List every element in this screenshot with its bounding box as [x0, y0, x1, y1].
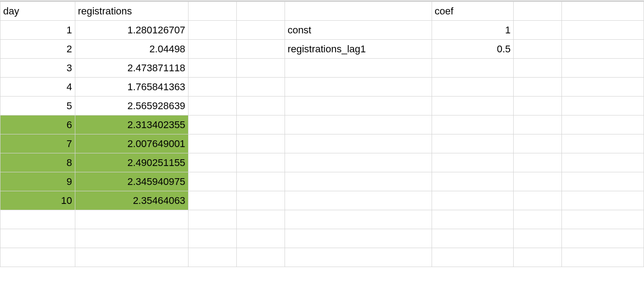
empty-cell[interactable]	[562, 78, 644, 97]
empty-cell[interactable]	[562, 134, 644, 153]
empty-cell[interactable]	[285, 229, 432, 248]
cell-reg[interactable]: 2.04498	[75, 40, 188, 59]
empty-cell[interactable]	[188, 134, 236, 153]
empty-cell[interactable]	[514, 172, 562, 191]
empty-cell[interactable]	[285, 172, 432, 191]
empty-cell[interactable]	[514, 153, 562, 172]
cell-day[interactable]: 10	[0, 191, 75, 210]
empty-cell[interactable]	[236, 191, 285, 210]
empty-cell[interactable]	[285, 115, 432, 134]
empty-cell[interactable]	[188, 21, 236, 40]
empty-cell[interactable]	[562, 2, 644, 21]
empty-cell[interactable]	[562, 59, 644, 78]
spreadsheet-grid[interactable]: day registrations coef 1 1.280126707 con…	[0, 1, 644, 267]
empty-cell[interactable]	[188, 97, 236, 115]
empty-cell[interactable]	[562, 248, 644, 267]
cell-coef-label[interactable]: registrations_lag1	[285, 40, 432, 59]
empty-cell[interactable]	[562, 229, 644, 248]
cell-reg[interactable]: 2.473871118	[75, 59, 188, 78]
empty-cell[interactable]	[514, 59, 562, 78]
empty-cell[interactable]	[514, 78, 562, 97]
empty-cell[interactable]	[562, 97, 644, 115]
empty-cell[interactable]	[514, 248, 562, 267]
cell-coef-label[interactable]: const	[285, 21, 432, 40]
empty-cell[interactable]	[514, 97, 562, 115]
cell-reg[interactable]: 2.565928639	[75, 97, 188, 115]
empty-cell[interactable]	[514, 2, 562, 21]
empty-cell[interactable]	[236, 97, 285, 115]
empty-cell[interactable]	[514, 115, 562, 134]
empty-cell[interactable]	[188, 59, 236, 78]
empty-cell[interactable]	[432, 229, 514, 248]
empty-cell[interactable]	[188, 2, 236, 21]
empty-cell[interactable]	[188, 248, 236, 267]
empty-cell[interactable]	[514, 191, 562, 210]
empty-cell[interactable]	[188, 115, 236, 134]
empty-cell[interactable]	[0, 248, 75, 267]
cell-day[interactable]: 5	[0, 97, 75, 115]
empty-cell[interactable]	[236, 115, 285, 134]
empty-cell[interactable]	[285, 2, 432, 21]
cell-day[interactable]: 8	[0, 153, 75, 172]
empty-cell[interactable]	[236, 78, 285, 97]
empty-cell[interactable]	[188, 210, 236, 229]
header-day[interactable]: day	[0, 2, 75, 21]
cell-reg[interactable]: 2.007649001	[75, 134, 188, 153]
empty-cell[interactable]	[562, 115, 644, 134]
empty-cell[interactable]	[236, 248, 285, 267]
empty-cell[interactable]	[75, 210, 188, 229]
cell-day[interactable]: 6	[0, 115, 75, 134]
empty-cell[interactable]	[514, 210, 562, 229]
empty-cell[interactable]	[285, 59, 432, 78]
empty-cell[interactable]	[285, 153, 432, 172]
empty-cell[interactable]	[236, 153, 285, 172]
empty-cell[interactable]	[188, 229, 236, 248]
empty-cell[interactable]	[514, 21, 562, 40]
empty-cell[interactable]	[562, 21, 644, 40]
empty-cell[interactable]	[514, 134, 562, 153]
cell-reg[interactable]: 1.765841363	[75, 78, 188, 97]
empty-cell[interactable]	[432, 78, 514, 97]
empty-cell[interactable]	[285, 134, 432, 153]
cell-coef-val[interactable]: 1	[432, 21, 514, 40]
empty-cell[interactable]	[562, 191, 644, 210]
empty-cell[interactable]	[236, 134, 285, 153]
empty-cell[interactable]	[562, 40, 644, 59]
empty-cell[interactable]	[236, 2, 285, 21]
empty-cell[interactable]	[285, 248, 432, 267]
empty-cell[interactable]	[188, 78, 236, 97]
empty-cell[interactable]	[432, 153, 514, 172]
empty-cell[interactable]	[236, 21, 285, 40]
cell-day[interactable]: 3	[0, 59, 75, 78]
empty-cell[interactable]	[562, 172, 644, 191]
empty-cell[interactable]	[236, 229, 285, 248]
cell-day[interactable]: 9	[0, 172, 75, 191]
empty-cell[interactable]	[514, 229, 562, 248]
empty-cell[interactable]	[236, 172, 285, 191]
empty-cell[interactable]	[0, 229, 75, 248]
cell-reg[interactable]: 2.313402355	[75, 115, 188, 134]
cell-reg[interactable]: 1.280126707	[75, 21, 188, 40]
header-coef[interactable]: coef	[432, 2, 514, 21]
empty-cell[interactable]	[432, 97, 514, 115]
cell-day[interactable]: 2	[0, 40, 75, 59]
empty-cell[interactable]	[562, 210, 644, 229]
empty-cell[interactable]	[432, 191, 514, 210]
empty-cell[interactable]	[285, 97, 432, 115]
empty-cell[interactable]	[285, 78, 432, 97]
cell-day[interactable]: 7	[0, 134, 75, 153]
empty-cell[interactable]	[514, 40, 562, 59]
header-registrations[interactable]: registrations	[75, 2, 188, 21]
empty-cell[interactable]	[432, 134, 514, 153]
empty-cell[interactable]	[188, 40, 236, 59]
empty-cell[interactable]	[432, 248, 514, 267]
empty-cell[interactable]	[432, 59, 514, 78]
cell-reg[interactable]: 2.345940975	[75, 172, 188, 191]
empty-cell[interactable]	[75, 229, 188, 248]
empty-cell[interactable]	[188, 172, 236, 191]
empty-cell[interactable]	[285, 191, 432, 210]
empty-cell[interactable]	[75, 248, 188, 267]
empty-cell[interactable]	[432, 172, 514, 191]
cell-reg[interactable]: 2.35464063	[75, 191, 188, 210]
empty-cell[interactable]	[188, 191, 236, 210]
